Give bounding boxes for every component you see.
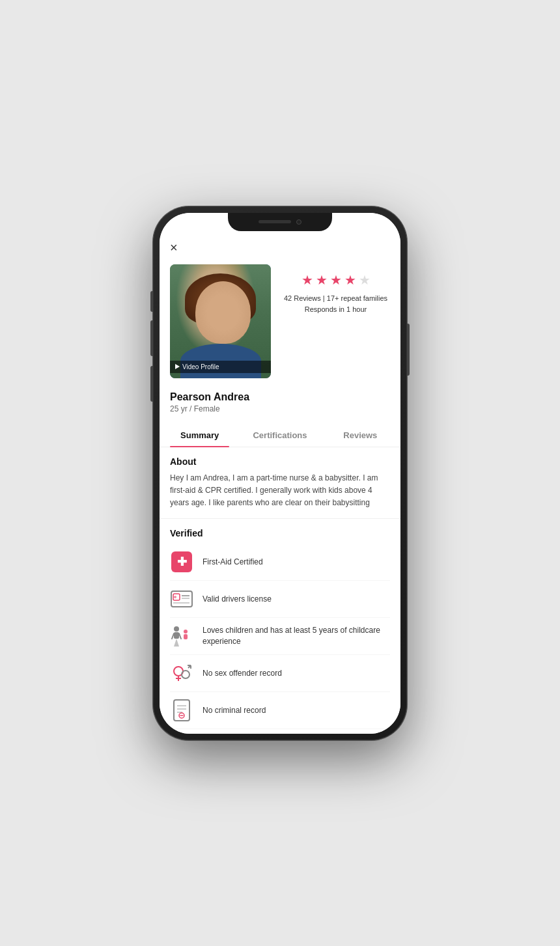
profile-photo[interactable]: Video Profile [170,264,271,378]
phone-frame: × Video Profile [153,206,407,740]
doc-icon [170,699,193,722]
reviews-text: 42 Reviews | 17+ repeat families [281,293,390,305]
volume-up-button [150,320,153,356]
content-area: About Hey I am Andrea, I am a part-time … [160,447,400,734]
profile-age-gender: 25 yr / Female [170,404,390,413]
video-badge[interactable]: Video Profile [170,361,271,373]
profile-name-section: Pearson Andrea 25 yr / Female [160,386,400,416]
play-icon [175,364,180,369]
volume-down-button [150,366,153,402]
notch [228,213,332,231]
license-svg [170,590,193,608]
verified-item-firstaid: ✚ First-Aid Certified [170,544,390,581]
verified-item-gender: No sex offender record [170,655,390,692]
gender-icon [170,661,193,685]
star-1: ★ [301,272,313,288]
license-label: Valid drivers license [203,594,272,605]
svg-rect-7 [174,632,179,639]
verified-item-driving: Good driving record [170,729,390,733]
power-button [407,324,410,376]
about-text: Hey I am Andrea, I am a part-time nurse … [170,472,390,510]
doc-svg [172,699,191,722]
volume-mute-button [150,291,153,312]
speaker [259,220,291,223]
svg-rect-19 [174,700,189,721]
svg-rect-11 [184,634,188,639]
svg-point-15 [182,671,189,678]
verified-item-child: Loves children and has at least 5 years … [170,618,390,655]
star-4: ★ [344,272,356,288]
firstaid-label: First-Aid Certified [203,557,263,568]
svg-point-10 [184,630,188,633]
close-icon: × [170,240,178,255]
child-label: Loves children and has at least 5 years … [203,625,390,647]
star-5: ★ [359,272,371,288]
criminal-label: No criminal record [203,705,266,716]
responds-text: Responds in 1 hour [281,304,390,316]
svg-point-5 [174,596,176,598]
profile-name: Pearson Andrea [170,391,390,403]
child-svg [170,624,193,648]
gender-svg [170,661,193,685]
star-rating: ★ ★ ★ ★ ★ [281,272,390,288]
front-camera [296,219,301,225]
verified-item-license: Valid drivers license [170,581,390,618]
star-2: ★ [316,272,328,288]
svg-point-6 [174,626,179,632]
about-section: About Hey I am Andrea, I am a part-time … [160,447,400,520]
phone-screen: × Video Profile [160,213,400,734]
profile-section: Video Profile ★ ★ ★ ★ ★ 42 Reviews | 17+… [160,259,400,386]
svg-line-9 [179,633,181,639]
firstaid-icon-shape: ✚ [171,551,192,572]
tab-summary[interactable]: Summary [160,423,240,447]
svg-line-8 [172,633,174,639]
tab-certifications[interactable]: Certifications [240,423,320,447]
close-button[interactable]: × [160,232,400,259]
firstaid-icon: ✚ [170,550,193,574]
profile-info: ★ ★ ★ ★ ★ 42 Reviews | 17+ repeat famili… [281,264,390,378]
screen-content: × Video Profile [160,213,400,734]
license-icon [170,587,193,611]
verified-item-criminal: No criminal record [170,692,390,729]
video-badge-label: Video Profile [182,363,219,370]
child-icon [170,624,193,648]
photo-face [195,281,251,344]
verified-section: Verified ✚ First-Aid Certified [160,519,400,733]
tab-reviews[interactable]: Reviews [320,423,400,447]
star-3: ★ [330,272,342,288]
about-title: About [170,456,390,467]
tab-bar: Summary Certifications Reviews [160,423,400,447]
gender-label: No sex offender record [203,668,282,679]
verified-title: Verified [170,528,390,538]
